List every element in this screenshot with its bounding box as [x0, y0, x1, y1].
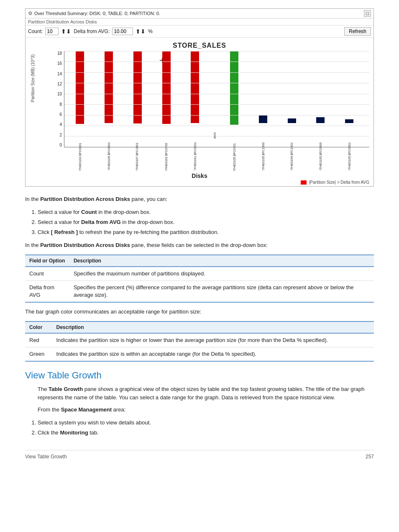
refresh-button[interactable]: Refresh [344, 27, 371, 36]
step-1: Select a system you wish to view details… [38, 418, 374, 427]
bar-label-7: \THE0105.$FC1500 [251, 142, 274, 170]
table2-col1-header: Color [25, 321, 52, 333]
table-row: Green Indicates the partition size is wi… [25, 347, 374, 361]
bar-group-7: \THE0105.$FC1500 [249, 51, 277, 147]
table2-row1-col1: Red [25, 333, 52, 347]
bold-count: Count [81, 209, 97, 215]
section-title: View Table Growth [25, 370, 374, 381]
delta-unit: % [148, 28, 153, 34]
step-2: Click the Monitoring tab. [38, 428, 374, 437]
para3: The bar graph color communicates an acce… [25, 308, 374, 316]
bar-8 [288, 118, 296, 123]
bold-refresh: [ Refresh ] [51, 229, 78, 235]
spinner-icon[interactable]: ⬆⬇ [61, 28, 71, 35]
section-para2: From the Space Management area: [38, 406, 374, 414]
y-tick-10: 10 [57, 92, 62, 96]
table1: Field or Option Description Count Specif… [25, 254, 374, 303]
chart-body: STORE_SALES + 18 16 14 12 10 8 6 4 2 0 [26, 38, 373, 172]
bar-label-10: \THE0105.$FC0301 [338, 142, 361, 170]
footer-left: View Table Growth [25, 454, 67, 460]
delta-input[interactable] [112, 28, 133, 35]
table-row: Count Specifies the maximum number of pa… [25, 267, 374, 281]
y-axis-title: Partition Size (MB) (10^3) [31, 54, 35, 102]
table2-row2-col2: Indicates the partition size is within a… [52, 347, 374, 361]
table1-col2-header: Description [69, 255, 374, 267]
y-tick-8: 8 [59, 102, 62, 107]
bar-6 [230, 51, 238, 125]
table2-row2-col1: Green [25, 347, 52, 361]
chart-wrapper: STORE_SALES + 18 16 14 12 10 8 6 4 2 0 [26, 38, 373, 186]
table2: Color Description Red Indicates the part… [25, 321, 374, 362]
legend-red-box [301, 180, 307, 185]
table1-row1-col1: Count [25, 267, 69, 281]
table1-row2-col1: Delta from AVG [25, 280, 69, 302]
bar-group-3: \THE0107.$FC1501 [123, 51, 151, 147]
table-growth-bold: Table Growth [49, 386, 83, 392]
bar-10 [345, 119, 353, 123]
bar-label-5: \THE0101.$FC0201 [184, 142, 207, 170]
count-input[interactable] [45, 28, 59, 35]
bar-group-9: \THE0105.$FC0300 [307, 51, 335, 147]
y-tick-14: 14 [57, 72, 62, 76]
table-row: Delta from AVG Specifies the percent (%)… [25, 280, 374, 302]
chart-icon: ⚙ [28, 10, 33, 16]
page-footer: View Table Growth 257 [25, 450, 374, 460]
table2-row1-col2: Indicates the partition size is higher o… [52, 333, 374, 347]
y-tick-18: 18 [57, 51, 62, 56]
y-tick-6: 6 [59, 112, 62, 117]
chart-subheader: Partition Distribution Across Disks [26, 18, 373, 26]
monitoring-bold: Monitoring [60, 429, 88, 436]
footer-right: 257 [366, 454, 374, 460]
count-label: Count: [28, 28, 43, 34]
section-para1: The Table Growth pane shows a graphical … [38, 385, 374, 401]
chart-legend: |Partition Size| > Delta from AVG [26, 179, 373, 186]
chart-graph-title: STORE_SALES [30, 42, 369, 49]
list-item-3: Click [ Refresh ] to refresh the pane by… [38, 228, 374, 237]
avg-label: AVG [203, 132, 226, 139]
y-tick-16: 16 [57, 61, 62, 66]
view-table-growth-section: View Table Growth The Table Growth pane … [25, 370, 374, 437]
delta-label: Delta from AVG: [74, 28, 110, 34]
bar-group-10: \THE0105.$FC0301 [335, 51, 363, 147]
section-steps: Select a system you wish to view details… [38, 418, 374, 437]
list1: Select a value for Count in the drop-dow… [38, 208, 374, 237]
bar-group-1: \THE0102.$FC0301 [66, 51, 94, 147]
legend-label: |Partition Size| > Delta from AVG [309, 180, 369, 185]
bold-delta: Delta from AVG [81, 219, 121, 225]
bar-group-8: \THE0105.$FC1501 [278, 51, 306, 147]
list-item-2: Select a value for Delta from AVG in the… [38, 218, 374, 227]
y-tick-2: 2 [59, 133, 62, 137]
list-item-1: Select a value for Count in the drop-dow… [38, 208, 374, 217]
table2-col2-header: Description [52, 321, 374, 333]
bar-label-3: \THE0107.$FC1501 [126, 143, 149, 171]
chart-header-title: Over Threshold Summary: DISK: 0; TABLE: … [34, 11, 160, 16]
para1: In the Partition Distribution Across Dis… [25, 195, 374, 203]
space-mgmt-bold: Space Management [61, 406, 112, 413]
table-row: Red Indicates the partition size is high… [25, 333, 374, 347]
spinner2-icon[interactable]: ⬆⬇ [136, 28, 146, 35]
chart-controls: Count: ⬆⬇ Delta from AVG: ⬆⬇ % Refresh [26, 26, 373, 38]
bar-label-1: \THE0102.$FC0301 [69, 143, 91, 171]
y-tick-0: 0 [59, 143, 62, 147]
bar-9 [316, 117, 325, 123]
table1-header-row: Field or Option Description [25, 255, 374, 267]
bar-label-8: \THE0105.$FC1501 [280, 142, 303, 170]
bar-label-4: \THE0102.$FC0700 [155, 143, 177, 171]
bar-group-4: \THE0102.$FC0700 [152, 51, 180, 147]
chart-container: ⚙ Over Threshold Summary: DISK: 0; TABLE… [25, 8, 374, 187]
table1-row2-col2: Specifies the percent (%) difference com… [69, 280, 374, 302]
main-content: In the Partition Distribution Across Dis… [25, 195, 374, 362]
bar-label-6: \THE0105.$FC0701 [224, 143, 245, 171]
x-axis-label: Disks [26, 172, 373, 179]
bar-label-9: \THE0105.$FC0300 [309, 142, 332, 170]
avg-group: AVG [210, 51, 220, 147]
chart-header: ⚙ Over Threshold Summary: DISK: 0; TABLE… [26, 9, 373, 18]
bar-group-2: \THE0105.$FC0601 [95, 51, 123, 147]
collapse-button[interactable]: □ [364, 10, 371, 17]
para2-bold: Partition Distribution Across Disks [40, 242, 130, 248]
para1-bold: Partition Distribution Across Disks [40, 196, 130, 202]
y-tick-4: 4 [59, 122, 62, 127]
table1-row1-col2: Specifies the maximum number of partitio… [69, 267, 374, 281]
bar-label-2: \THE0105.$FC0601 [97, 142, 120, 170]
bar-7 [259, 116, 267, 123]
